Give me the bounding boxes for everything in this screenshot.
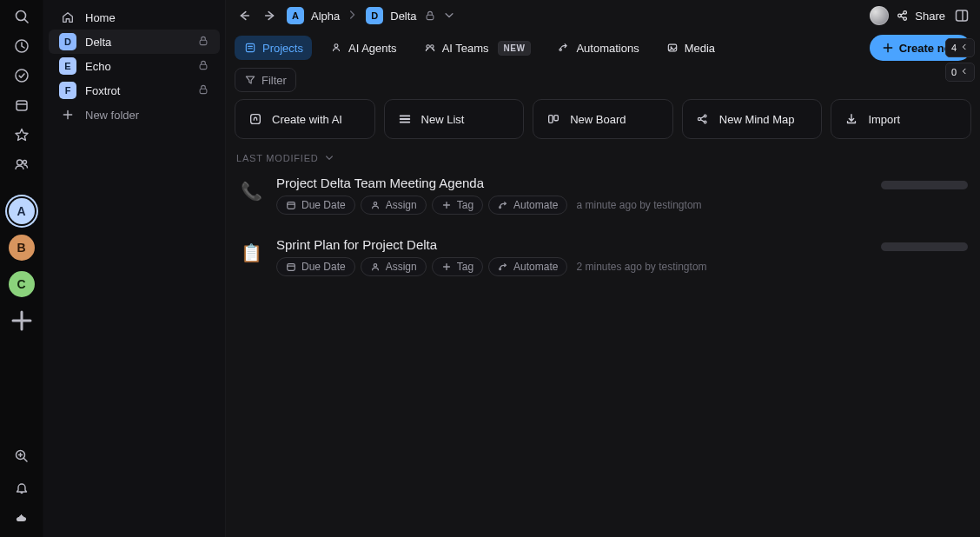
nav-back-button[interactable] xyxy=(235,6,254,25)
create-card-label: Import xyxy=(868,113,900,126)
board-icon xyxy=(546,111,561,127)
folder-chip: E xyxy=(59,57,76,75)
media-icon xyxy=(665,41,679,55)
item-title: Sprint Plan for Project Delta xyxy=(276,237,869,252)
breadcrumb-workspace-name[interactable]: Alpha xyxy=(311,10,340,23)
item-placeholder-bar xyxy=(881,242,968,251)
chevron-left-icon xyxy=(960,67,969,77)
pill-calendar[interactable]: Due Date xyxy=(276,196,355,215)
breadcrumb-folder-chip[interactable]: D xyxy=(366,7,383,24)
sort-label: LAST MODIFIED xyxy=(236,153,319,163)
create-card-label: Create with AI xyxy=(272,113,342,126)
item-emoji: 📞 xyxy=(238,178,264,204)
check-circle-icon[interactable] xyxy=(12,66,31,85)
workspace-pill[interactable]: B xyxy=(9,235,35,261)
tab-label: AI Teams xyxy=(442,42,489,55)
pill-user[interactable]: Assign xyxy=(361,196,427,215)
create-cards-row: Create with AINew ListNew BoardNew Mind … xyxy=(226,99,980,149)
sidebar-home-label: Home xyxy=(85,11,116,24)
topbar: A Alpha D Delta Share xyxy=(226,0,980,31)
folder-chip: D xyxy=(59,33,76,50)
workspace-pill[interactable]: A xyxy=(9,198,35,224)
breadcrumb-dropdown[interactable] xyxy=(443,10,455,22)
pill-label: Automate xyxy=(513,261,558,273)
create-card-label: New List xyxy=(421,113,465,126)
app-root: ABC Home DDeltaEEchoFFoxtrot New folder … xyxy=(0,0,980,537)
tab-projects[interactable]: Projects xyxy=(235,36,312,60)
ai-icon xyxy=(248,111,263,127)
sort-dropdown[interactable]: LAST MODIFIED xyxy=(226,149,980,172)
count-badge-bottom[interactable]: 0 xyxy=(945,63,975,82)
breadcrumb-folder-name[interactable]: Delta xyxy=(390,10,416,23)
share-button[interactable]: Share xyxy=(896,9,945,23)
pill-label: Assign xyxy=(386,199,417,211)
create-card-ai[interactable]: Create with AI xyxy=(235,99,375,139)
bell-icon[interactable] xyxy=(12,478,31,497)
automations-icon xyxy=(557,41,571,55)
filter-button[interactable]: Filter xyxy=(235,68,296,92)
star-icon[interactable] xyxy=(12,125,31,144)
sidebar-folder[interactable]: EEcho xyxy=(49,54,220,78)
pill-label: Tag xyxy=(457,199,473,211)
item-title: Project Delta Team Meeting Agenda xyxy=(276,176,869,190)
create-card-list[interactable]: New List xyxy=(384,99,525,139)
calendar-icon[interactable] xyxy=(12,96,31,115)
item-meta: Due DateAssignTagAutomate2 minutes ago b… xyxy=(276,257,869,276)
new-folder-button[interactable]: New folder xyxy=(49,103,220,127)
mascot-icon[interactable] xyxy=(12,509,31,528)
create-card-import[interactable]: Import xyxy=(831,99,971,139)
count-badge-top[interactable]: 4 xyxy=(945,38,975,57)
users-icon[interactable] xyxy=(12,155,31,174)
tab-ai-agents[interactable]: AI Agents xyxy=(321,36,406,60)
breadcrumb: A Alpha D Delta xyxy=(287,7,455,24)
tab-ai-teams[interactable]: AI TeamsNEW xyxy=(414,36,540,60)
pill-plus[interactable]: Tag xyxy=(432,196,483,215)
main-pane: A Alpha D Delta Share ProjectsAI AgentsA… xyxy=(226,0,980,537)
workspace-group: ABC xyxy=(9,198,35,297)
nav-forward-button[interactable] xyxy=(261,6,280,25)
tab-automations[interactable]: Automations xyxy=(548,36,647,60)
tab-label: Projects xyxy=(262,42,303,55)
lock-icon xyxy=(424,10,436,22)
sidebar: Home DDeltaEEchoFFoxtrot New folder xyxy=(43,0,226,537)
filter-bar: Filter xyxy=(226,68,980,99)
pill-label: Assign xyxy=(386,261,417,273)
plus-icon xyxy=(59,106,76,123)
list-item[interactable]: 📞Project Delta Team Meeting AgendaDue Da… xyxy=(235,172,971,218)
workspace-pill[interactable]: C xyxy=(9,271,35,297)
search-icon[interactable] xyxy=(12,7,31,26)
pill-path[interactable]: Automate xyxy=(488,257,567,276)
sidebar-home[interactable]: Home xyxy=(49,5,220,30)
lock-icon xyxy=(197,35,209,50)
item-timestamp: 2 minutes ago by testingtom xyxy=(576,261,706,273)
rail-bottom xyxy=(12,447,31,537)
import-icon xyxy=(844,111,859,127)
tab-media[interactable]: Media xyxy=(657,36,724,60)
item-placeholder-bar xyxy=(881,181,968,189)
item-meta: Due DateAssignTagAutomatea minute ago by… xyxy=(276,196,869,215)
add-workspace-button[interactable] xyxy=(9,308,35,334)
home-icon xyxy=(59,9,76,26)
user-avatar[interactable] xyxy=(870,6,889,25)
clock-icon[interactable] xyxy=(12,36,31,56)
chevron-left-icon xyxy=(960,43,969,53)
pill-label: Automate xyxy=(513,199,558,211)
pill-path[interactable]: Automate xyxy=(488,196,567,215)
sidebar-folder[interactable]: FFoxtrot xyxy=(49,78,220,103)
pill-user[interactable]: Assign xyxy=(361,257,427,276)
search-plus-icon[interactable] xyxy=(12,447,31,466)
sidebar-folder[interactable]: DDelta xyxy=(49,30,220,54)
agents-icon xyxy=(329,41,343,55)
create-card-board[interactable]: New Board xyxy=(533,99,673,139)
lock-icon xyxy=(197,59,209,74)
toggle-panel-icon[interactable] xyxy=(952,6,971,25)
mindmap-icon xyxy=(695,111,711,127)
breadcrumb-workspace-chip[interactable]: A xyxy=(287,7,304,24)
chevron-right-icon xyxy=(347,9,359,23)
left-rail: ABC xyxy=(0,0,43,537)
tabs-row: ProjectsAI AgentsAI TeamsNEWAutomationsM… xyxy=(226,31,980,68)
pill-plus[interactable]: Tag xyxy=(432,257,483,276)
list-item[interactable]: 📋Sprint Plan for Project DeltaDue DateAs… xyxy=(235,234,971,280)
create-card-mindmap[interactable]: New Mind Map xyxy=(682,99,823,139)
pill-calendar[interactable]: Due Date xyxy=(276,257,355,276)
